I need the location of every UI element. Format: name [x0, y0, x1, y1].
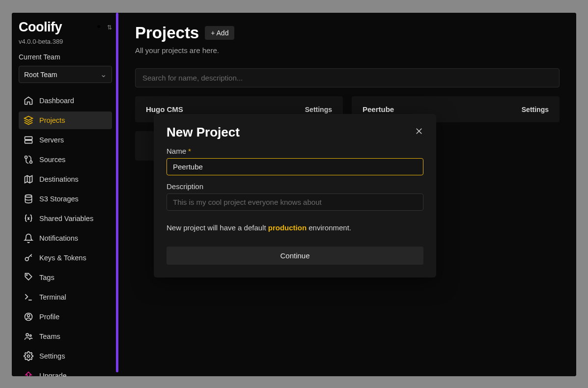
- modal-backdrop: New Project Name* Description New projec…: [12, 13, 576, 376]
- modal-title: New Project: [167, 125, 240, 140]
- environment-hint: New project will have a default producti…: [167, 223, 423, 232]
- name-field-label: Name*: [167, 147, 423, 155]
- close-icon[interactable]: [415, 127, 423, 138]
- name-field[interactable]: [167, 158, 423, 175]
- continue-button[interactable]: Continue: [167, 247, 423, 265]
- description-field[interactable]: [167, 194, 423, 211]
- description-field-label: Description: [167, 182, 423, 191]
- new-project-modal: New Project Name* Description New projec…: [154, 114, 436, 277]
